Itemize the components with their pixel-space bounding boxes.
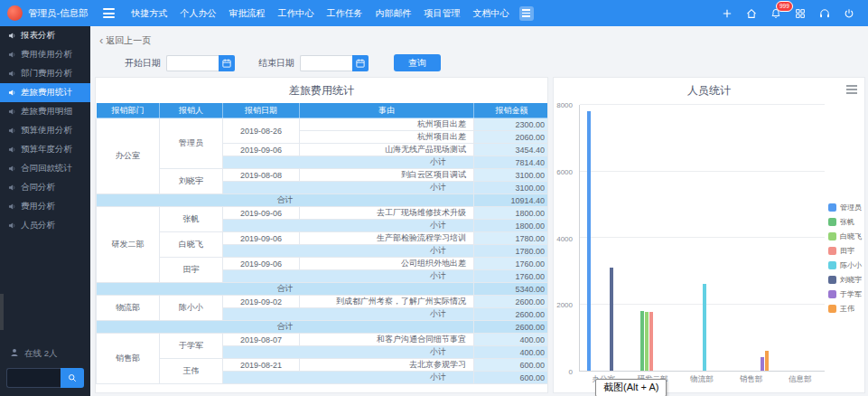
table-row: 王伟2019-08-21去北京参观学习600.00 xyxy=(97,359,549,372)
user-role-title: 管理员-信息部 xyxy=(28,7,89,20)
sidebar-search xyxy=(6,368,84,388)
scrollbar-thumb[interactable] xyxy=(0,294,4,330)
sidebar-item[interactable]: 费用分析 xyxy=(0,197,90,216)
total-row: 合计10914.40 xyxy=(97,194,549,207)
table-row: 物流部陈小小2019-09-02到成都广州考察，了解广州实际情况2600.00 xyxy=(97,296,549,308)
speaker-icon xyxy=(8,222,16,230)
cell-amount: 600.00 xyxy=(474,372,549,384)
sidebar-item[interactable]: 部门费用分析 xyxy=(0,64,90,83)
sidebar-item[interactable]: 预算使用分析 xyxy=(0,121,90,140)
apps-grid-icon[interactable] xyxy=(794,7,807,20)
cell-amount: 2600.00 xyxy=(474,296,549,308)
nav-item[interactable]: 个人办公 xyxy=(174,0,223,26)
nav-item[interactable]: 工作任务 xyxy=(321,0,369,26)
chart-toolbox-icon[interactable] xyxy=(846,85,857,94)
top-nav: 快捷方式个人办公审批流程工作中心工作任务内部邮件项目管理文档中心 xyxy=(126,0,516,26)
sidebar-search-input[interactable] xyxy=(6,368,61,388)
legend-swatch xyxy=(828,261,836,269)
cell-totlabel: 合计 xyxy=(97,194,474,207)
x-axis-label: 物流部 xyxy=(677,374,726,385)
y-axis-label: 6000 xyxy=(556,167,573,175)
cell-amount: 400.00 xyxy=(474,346,549,359)
sidebar-item-label: 报表分析 xyxy=(21,30,55,42)
table-title: 差旅费用统计 xyxy=(96,78,547,99)
bar-group xyxy=(727,105,776,371)
y-axis-label: 2000 xyxy=(556,301,573,309)
back-link[interactable]: ‹返回上一页 xyxy=(99,34,151,47)
sidebar-item[interactable]: 费用使用分析 xyxy=(0,45,90,64)
legend-swatch xyxy=(828,218,836,226)
column-header: 报销金额 xyxy=(474,103,549,118)
bar[interactable] xyxy=(703,284,706,371)
legend-swatch xyxy=(828,305,836,313)
bar[interactable] xyxy=(761,357,764,371)
cell-reason: 杭州项目出差 xyxy=(300,118,474,131)
person-icon xyxy=(9,347,20,360)
notification-badge: 999 xyxy=(776,1,793,12)
cell-amount: 1780.00 xyxy=(474,232,549,245)
cell-dept: 办公室 xyxy=(97,118,160,194)
cell-date: 2019-09-06 xyxy=(223,258,300,270)
nav-item[interactable]: 内部邮件 xyxy=(369,0,418,26)
cell-date: 2019-08-26 xyxy=(223,118,300,144)
speaker-icon xyxy=(8,203,16,211)
calendar-icon[interactable] xyxy=(352,55,369,71)
legend-item[interactable]: 田宇 xyxy=(828,246,862,256)
sidebar-item[interactable]: 报表分析 xyxy=(0,26,90,45)
sidebar-item[interactable]: 合同回款统计 xyxy=(0,159,90,178)
legend-item[interactable]: 刘晓宇 xyxy=(828,275,862,285)
power-icon[interactable] xyxy=(843,7,855,20)
sidebar-item-label: 费用使用分析 xyxy=(21,49,72,61)
table-row: 刘晓宇2019-08-08到白云区项目调试3100.00 xyxy=(97,169,549,182)
nav-item[interactable]: 快捷方式 xyxy=(126,0,174,26)
menu-toggle-icon[interactable] xyxy=(103,8,115,18)
cell-date: 2019-08-07 xyxy=(223,334,300,346)
bar[interactable] xyxy=(645,312,649,371)
headset-icon[interactable] xyxy=(818,7,831,20)
nav-item[interactable]: 工作中心 xyxy=(272,0,321,26)
legend-item[interactable]: 王伟 xyxy=(828,304,862,314)
more-menu-icon[interactable] xyxy=(519,6,534,21)
bar[interactable] xyxy=(640,311,644,371)
notification-bell-icon[interactable]: 999 xyxy=(770,7,782,20)
sidebar-item[interactable]: 预算年度分析 xyxy=(0,140,90,159)
sidebar-item[interactable]: 差旅费用统计 xyxy=(0,83,90,102)
sidebar-item-label: 合同回款统计 xyxy=(21,163,72,174)
nav-item[interactable]: 审批流程 xyxy=(223,0,272,26)
search-icon[interactable] xyxy=(61,368,84,388)
bar[interactable] xyxy=(587,111,591,371)
nav-item[interactable]: 项目管理 xyxy=(418,0,467,26)
query-button[interactable]: 查询 xyxy=(394,54,441,71)
bar[interactable] xyxy=(765,351,769,371)
sidebar-item[interactable]: 合同分析 xyxy=(0,178,90,197)
legend-item[interactable]: 陈小小 xyxy=(828,260,862,270)
legend-item[interactable]: 白晓飞 xyxy=(828,231,862,241)
query-form: 开始日期 结束日期 查询 xyxy=(125,54,868,71)
sidebar-item[interactable]: 差旅费用明细 xyxy=(0,102,90,121)
start-date-input[interactable] xyxy=(166,55,219,71)
cell-amount: 400.00 xyxy=(474,334,549,346)
bar[interactable] xyxy=(610,268,613,371)
cell-person: 陈小小 xyxy=(160,296,223,321)
legend-item[interactable]: 于学军 xyxy=(828,289,862,299)
column-header: 报销日期 xyxy=(223,103,300,118)
calendar-icon[interactable] xyxy=(219,55,235,71)
end-date-input[interactable] xyxy=(300,55,352,71)
app-logo[interactable] xyxy=(7,5,23,21)
sidebar-item[interactable]: 人员分析 xyxy=(0,216,90,235)
chevron-left-icon: ‹ xyxy=(99,34,103,46)
legend-item[interactable]: 管理员 xyxy=(828,203,862,212)
chart-legend: 管理员张帆白晓飞田宇陈小小刘晓宇于学军王伟 xyxy=(828,203,862,314)
legend-item[interactable]: 张帆 xyxy=(828,217,862,227)
nav-item[interactable]: 文档中心 xyxy=(467,0,516,26)
cell-amount: 3454.40 xyxy=(474,144,549,156)
speaker-icon xyxy=(8,146,16,154)
bar[interactable] xyxy=(649,312,653,371)
bar-group xyxy=(677,105,726,371)
cell-sublabel: 小计 xyxy=(223,245,474,258)
home-icon[interactable] xyxy=(745,7,758,20)
speaker-icon xyxy=(8,89,16,97)
column-header: 报销人 xyxy=(160,103,223,118)
speaker-icon xyxy=(8,165,16,173)
plus-icon[interactable] xyxy=(721,7,733,20)
